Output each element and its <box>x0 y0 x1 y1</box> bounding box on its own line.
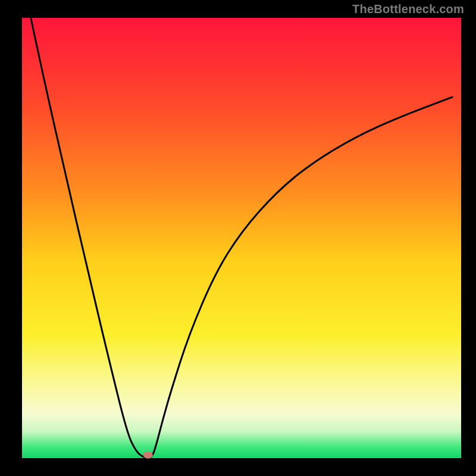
watermark-text: TheBottleneck.com <box>352 2 464 16</box>
gradient-background <box>22 18 461 458</box>
chart-frame: TheBottleneck.com <box>0 0 476 476</box>
bottleneck-chart <box>0 0 476 476</box>
optimal-point-marker <box>143 452 153 459</box>
